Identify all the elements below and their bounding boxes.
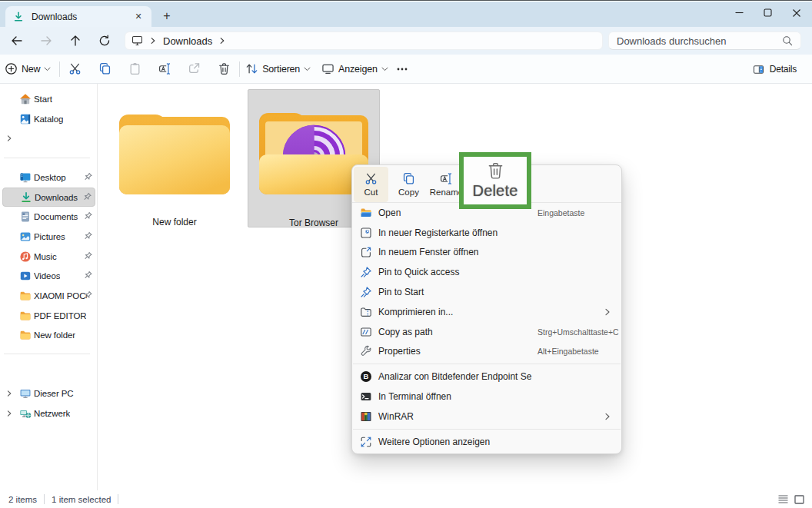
share-button[interactable] <box>180 58 210 81</box>
network-icon <box>19 407 32 420</box>
new-button[interactable]: New <box>1 58 55 81</box>
menu-item-pin-quick-access[interactable]: Pin to Quick access <box>352 262 621 282</box>
desktop-icon <box>19 171 32 184</box>
menu-item-label: In neuer Registerkarte öffnen <box>378 227 498 238</box>
search-input[interactable]: Downloads durchsuchen <box>617 35 782 47</box>
sidebar-item-pictures[interactable]: Pictures <box>2 227 95 247</box>
sidebar-item-start[interactable]: Start <box>2 89 95 109</box>
pin-icon <box>83 172 93 182</box>
breadcrumb-chevron-icon-2 <box>219 37 225 45</box>
items-count: 2 items <box>8 495 37 504</box>
sidebar-item-pdf-editor[interactable]: PDF EDITOR <box>2 306 95 326</box>
sidebar-item-label: Desktop <box>34 173 66 182</box>
maximize-button[interactable] <box>754 2 782 24</box>
minimize-button[interactable] <box>725 2 754 24</box>
sidebar-item-label: XIAOMI POCO F <box>34 291 87 300</box>
menu-item-open-new-window[interactable]: In neuem Fenster öffnen <box>352 243 621 263</box>
sidebar-item-downloads[interactable]: Downloads <box>2 188 95 208</box>
sidebar-item-label: Dieser PC <box>34 389 74 398</box>
details-pane-button[interactable]: Details <box>753 58 798 81</box>
tab-downloads[interactable]: Downloads ✕ <box>5 6 151 27</box>
search-icon <box>782 35 793 46</box>
winrar-icon <box>360 410 372 423</box>
trash-icon <box>486 161 505 181</box>
view-button[interactable]: Anzeigen <box>316 58 394 81</box>
delete-button[interactable] <box>209 58 239 81</box>
forward-button[interactable] <box>33 29 59 52</box>
downloads-icon <box>20 191 32 204</box>
sidebar-item-videos[interactable]: Videos <box>2 267 95 287</box>
up-button[interactable] <box>62 29 88 52</box>
search-box[interactable]: Downloads durchsuchen <box>608 32 801 50</box>
list-view-toggle-icon[interactable] <box>778 494 788 504</box>
refresh-button[interactable] <box>92 29 118 52</box>
menu-item-pin-start[interactable]: Pin to Start <box>352 282 621 302</box>
thumbnail-view-toggle-icon[interactable] <box>794 494 804 504</box>
chevron-down-icon <box>304 67 311 71</box>
context-menu-items: Open Eingabetaste In neuer Registerkarte… <box>352 203 621 452</box>
sidebar-item-label: Downloads <box>35 193 78 202</box>
sidebar-item-new-folder[interactable]: New folder <box>2 326 95 346</box>
sort-button[interactable]: Sortieren <box>240 58 316 81</box>
selected-count: 1 item selected <box>52 495 111 504</box>
pin-icon <box>83 212 93 222</box>
sidebar-item-dieser-pc[interactable]: Dieser PC <box>2 383 95 403</box>
details-pane-label: Details <box>770 64 797 75</box>
sidebar-item-katalog[interactable]: Katalog <box>2 109 95 129</box>
music-icon <box>19 251 32 263</box>
sidebar-item-label: Music <box>34 252 57 261</box>
pin-icon <box>83 291 93 301</box>
sidebar-item-music[interactable]: Music <box>2 247 95 267</box>
tab-close-icon[interactable]: ✕ <box>131 10 145 24</box>
terminal-icon <box>360 390 372 403</box>
pin-icon <box>83 251 93 261</box>
delete-highlight-annotation[interactable]: Delete <box>459 152 531 209</box>
pin-icon <box>82 192 92 202</box>
menu-item-label: WinRAR <box>378 411 414 422</box>
menu-item-open-new-tab[interactable]: In neuer Registerkarte öffnen <box>352 223 621 243</box>
paste-button[interactable] <box>120 58 150 81</box>
more-options-button[interactable] <box>394 58 411 81</box>
menu-item-show-more-options[interactable]: Weitere Optionen anzeigen <box>352 432 621 452</box>
file-tile-new-folder[interactable]: New folder <box>108 90 241 228</box>
sidebar-item-label: Netzwerk <box>34 409 70 418</box>
cut-quick-action[interactable]: Cut <box>354 167 388 202</box>
menu-item-compress[interactable]: Komprimieren in... <box>352 302 621 322</box>
cut-button[interactable] <box>60 58 90 81</box>
menu-item-copy-as-path[interactable]: Copy as path Strg+Umschalttaste+C <box>352 322 621 342</box>
file-explorer-window: Downloads ✕ + <box>0 0 812 508</box>
navigation-pane: Start Katalog <box>0 84 98 491</box>
folder-icon-large <box>118 105 231 195</box>
context-menu-separator <box>353 364 621 364</box>
menu-item-open-terminal[interactable]: In Terminal öffnen <box>352 387 621 407</box>
close-button[interactable] <box>782 2 810 24</box>
pin-icon <box>83 231 93 241</box>
folder-icon <box>19 290 32 302</box>
back-button[interactable] <box>4 29 30 52</box>
folder-icon <box>19 329 32 341</box>
open-new-window-icon <box>360 246 372 258</box>
copy-quick-action[interactable]: Copy <box>391 167 426 202</box>
breadcrumb[interactable]: Downloads <box>163 35 212 47</box>
sidebar-item-netzwerk[interactable]: Netzwerk <box>2 403 95 423</box>
status-separator-2 <box>118 494 118 504</box>
command-toolbar: New <box>0 55 812 84</box>
sidebar-item-xiaomi-poco[interactable]: XIAOMI POCO F <box>2 286 95 306</box>
copy-button[interactable] <box>90 58 120 81</box>
menu-item-bitdefender-scan[interactable]: B Analizar con Bitdefender Endpoint Se <box>352 367 621 387</box>
rename-button[interactable] <box>150 58 180 81</box>
annotation-label: Delete <box>472 182 517 200</box>
pictures-icon <box>19 231 32 243</box>
sidebar-item-documents[interactable]: Documents <box>2 207 95 227</box>
menu-item-shortcut: Strg+Umschalttaste+C <box>537 327 619 337</box>
menu-item-winrar[interactable]: WinRAR <box>352 407 621 427</box>
chevron-right-icon <box>5 410 13 417</box>
cut-quick-action-label: Cut <box>364 188 378 197</box>
sidebar-item-desktop[interactable]: Desktop <box>2 168 95 188</box>
menu-item-shortcut: Eingabetaste <box>537 208 584 217</box>
menu-item-properties[interactable]: Properties Alt+Eingabetaste <box>352 342 621 362</box>
open-folder-icon <box>360 207 372 219</box>
new-tab-button[interactable]: + <box>157 6 177 26</box>
sidebar-expander[interactable] <box>2 128 95 148</box>
address-bar[interactable]: Downloads <box>125 32 603 50</box>
